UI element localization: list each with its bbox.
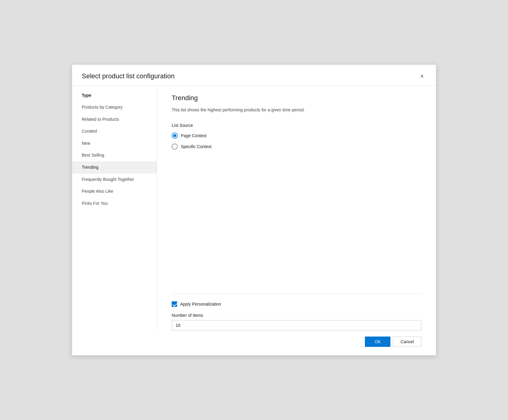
dialog-footer: OK Cancel	[72, 330, 436, 355]
sidebar-item-picks-for-you[interactable]: Picks For You	[72, 198, 157, 210]
content-fill	[172, 159, 421, 294]
radio-specific-context-label: Specific Context	[181, 144, 211, 149]
sidebar-item-curated[interactable]: Curated	[72, 125, 157, 137]
dialog-title: Select product list configuration	[82, 72, 175, 80]
sidebar-item-products-by-category[interactable]: Products by Category	[72, 101, 157, 113]
radio-specific-context[interactable]	[172, 144, 178, 150]
sidebar: Type Products by Category Related to Pro…	[72, 86, 157, 330]
apply-personalization-row: Apply Personalization	[172, 301, 421, 307]
radio-page-context-label: Page Context	[181, 133, 207, 138]
sidebar-item-new[interactable]: New	[72, 137, 157, 150]
number-of-items-label: Number of Items	[172, 313, 421, 318]
sidebar-item-people-also-like[interactable]: People Also Like	[72, 185, 157, 198]
apply-personalization-checkbox[interactable]	[172, 301, 177, 307]
dialog-header: Select product list configuration ×	[72, 65, 436, 85]
content-title: Trending	[172, 94, 421, 102]
apply-personalization-label: Apply Personalization	[180, 302, 221, 307]
sidebar-item-best-selling[interactable]: Best Selling	[72, 149, 157, 161]
radio-group: Page Context Specific Context	[172, 133, 421, 150]
ok-button[interactable]: OK	[365, 337, 390, 347]
radio-page-context[interactable]	[172, 133, 178, 139]
dialog: Select product list configuration × Type…	[72, 64, 436, 356]
sidebar-item-trending[interactable]: Trending	[72, 161, 157, 174]
content-description: This list shows the highest performing p…	[172, 107, 421, 113]
list-source-label: List Source	[172, 123, 421, 128]
sidebar-item-related-to-products[interactable]: Related to Products	[72, 113, 157, 126]
main-content: Trending This list shows the highest per…	[157, 86, 436, 330]
radio-option-specific-context[interactable]: Specific Context	[172, 144, 421, 150]
close-button[interactable]: ×	[418, 72, 426, 80]
dialog-body: Type Products by Category Related to Pro…	[72, 85, 436, 330]
number-of-items-input[interactable]	[172, 320, 421, 330]
footer-section: Apply Personalization Number of Items	[172, 294, 421, 330]
sidebar-item-frequently-bought-together[interactable]: Frequently Bought Together	[72, 174, 157, 186]
sidebar-type-heading: Type	[72, 90, 157, 101]
cancel-button[interactable]: Cancel	[393, 337, 421, 347]
radio-option-page-context[interactable]: Page Context	[172, 133, 421, 139]
